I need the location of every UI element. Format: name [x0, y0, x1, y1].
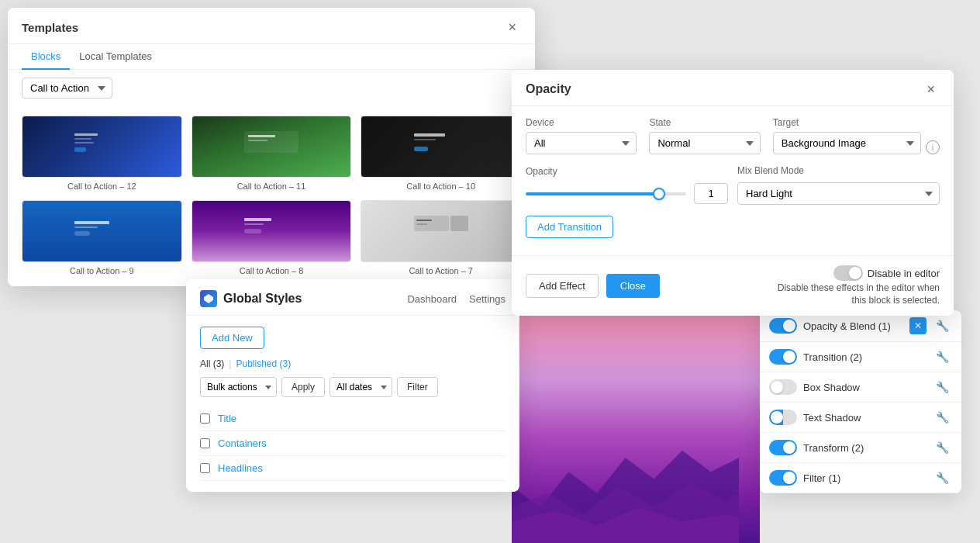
templates-filter-row: Call to Action Hero Features: [8, 70, 535, 106]
add-transition-button[interactable]: Add Transition: [526, 216, 613, 238]
list-item-checkbox[interactable]: [200, 463, 210, 473]
state-select[interactable]: Normal Hover Active: [649, 132, 760, 154]
template-label: Call to Action – 10: [361, 182, 521, 191]
transition-settings[interactable]: 🔧: [933, 349, 952, 365]
opacity-blend-row: Opacity Mix Blend Mode Normal Multiply S…: [526, 165, 940, 205]
bulk-actions-select[interactable]: Bulk actions Delete: [200, 377, 277, 397]
blend-mode-select[interactable]: Normal Multiply Screen Overlay Hard Ligh…: [737, 182, 940, 205]
text-shadow-toggle[interactable]: [769, 410, 797, 425]
state-field: State Normal Hover Active: [649, 117, 760, 154]
template-label: Call to Action – 12: [22, 182, 182, 191]
list-item-link[interactable]: Title: [218, 413, 236, 424]
list-item[interactable]: Call to Action – 10: [361, 116, 521, 191]
filter-published[interactable]: Published (3): [236, 358, 291, 369]
add-new-button[interactable]: Add New: [200, 327, 264, 349]
list-item[interactable]: Call to Action – 11: [192, 116, 352, 191]
svg-rect-5: [248, 135, 275, 137]
list-item-link[interactable]: Containers: [218, 438, 267, 449]
global-styles-panel: Global Styles Dashboard Settings Add New…: [186, 279, 519, 492]
filter-all[interactable]: All (3): [200, 358, 224, 369]
template-thumb: [192, 116, 352, 178]
filter-bar: All (3) | Published (3): [200, 358, 506, 369]
transform-settings[interactable]: 🔧: [933, 440, 952, 455]
templates-modal-header: Templates ×: [8, 8, 535, 44]
effect-item-box-shadow: Box Shadow 🔧: [760, 372, 961, 403]
blend-mode-label: Mix Blend Mode: [737, 165, 940, 176]
opacity-blend-remove[interactable]: ✕: [909, 317, 927, 334]
gs-nav-dashboard[interactable]: Dashboard: [407, 293, 457, 305]
tab-local-templates[interactable]: Local Templates: [70, 44, 161, 70]
opacity-slider-track[interactable]: [526, 192, 686, 195]
text-shadow-settings[interactable]: 🔧: [933, 410, 952, 425]
opacity-blend-settings[interactable]: 🔧: [933, 318, 952, 334]
svg-marker-20: [204, 294, 213, 303]
list-item[interactable]: Call to Action – 7: [361, 200, 521, 275]
effects-panel: Opacity & Blend (1) ✕ 🔧 Transition (2) 🔧…: [760, 310, 961, 493]
svg-rect-15: [244, 229, 261, 233]
opacity-modal-header: Opacity ×: [512, 70, 954, 106]
template-thumb: [22, 200, 182, 262]
info-icon[interactable]: i: [926, 140, 940, 154]
close-modal-button[interactable]: Close: [606, 274, 660, 298]
disable-in-editor-toggle[interactable]: [833, 265, 863, 281]
bulk-actions-row: Bulk actions Delete Apply All dates Filt…: [200, 377, 506, 397]
category-select[interactable]: Call to Action Hero Features: [22, 78, 112, 99]
list-item[interactable]: Call to Action – 12: [22, 116, 182, 191]
svg-rect-11: [74, 227, 98, 228]
device-select[interactable]: All Desktop Tablet Mobile: [526, 132, 637, 154]
templates-tabs: Blocks Local Templates: [8, 44, 535, 70]
opacity-modal: Opacity × Device All Desktop Tablet Mobi…: [512, 70, 954, 316]
template-label: Call to Action – 11: [192, 182, 352, 191]
templates-grid: Call to Action – 12 Call to Action – 11: [8, 106, 535, 286]
template-thumb: [192, 200, 352, 262]
transition-toggle[interactable]: [769, 349, 797, 365]
opacity-slider-thumb[interactable]: [653, 188, 665, 200]
opacity-modal-close[interactable]: ×: [922, 81, 940, 98]
effect-item-text-shadow: Text Shadow 🔧: [760, 403, 961, 433]
target-label: Target: [773, 117, 921, 128]
filter-toggle[interactable]: [769, 470, 797, 486]
target-select[interactable]: Background Image Element Content: [773, 132, 921, 154]
device-state-target-row: Device All Desktop Tablet Mobile State N…: [526, 117, 940, 154]
apply-button[interactable]: Apply: [281, 377, 325, 397]
list-item-checkbox[interactable]: [200, 438, 210, 448]
svg-rect-14: [244, 223, 264, 225]
tab-blocks[interactable]: Blocks: [22, 44, 70, 70]
opacity-value-input[interactable]: [694, 183, 728, 204]
box-shadow-toggle[interactable]: [769, 379, 797, 395]
add-effect-button[interactable]: Add Effect: [526, 274, 599, 298]
template-thumb: [361, 200, 521, 262]
template-thumb: [361, 116, 521, 178]
list-item-link[interactable]: Headlines: [218, 462, 263, 474]
blend-mode-col: Mix Blend Mode Normal Multiply Screen Ov…: [737, 165, 940, 205]
list-item[interactable]: Call to Action – 9: [22, 200, 182, 275]
date-filter-select[interactable]: All dates: [330, 377, 392, 397]
svg-rect-0: [74, 133, 98, 136]
svg-rect-9: [414, 147, 428, 151]
list-item-checkbox[interactable]: [200, 413, 210, 424]
opacity-modal-title: Opacity: [526, 82, 571, 96]
templates-modal-title: Templates: [22, 21, 78, 34]
global-styles-title: Global Styles: [223, 292, 401, 306]
effect-item-transform: Transform (2) 🔧: [760, 433, 961, 463]
svg-rect-7: [414, 133, 445, 137]
gs-nav-settings[interactable]: Settings: [469, 293, 506, 305]
text-shadow-label: Text Shadow: [803, 412, 927, 424]
svg-rect-1: [74, 138, 91, 140]
list-item[interactable]: Call to Action – 8: [192, 200, 352, 275]
transition-label: Transition (2): [803, 351, 927, 363]
filter-label: Filter (1): [803, 472, 927, 484]
list-item: Containers: [200, 431, 506, 456]
box-shadow-settings[interactable]: 🔧: [933, 379, 952, 395]
svg-rect-19: [416, 223, 427, 225]
transform-toggle[interactable]: [769, 440, 797, 455]
opacity-label: Opacity: [526, 166, 728, 177]
svg-rect-3: [74, 147, 86, 152]
device-label: Device: [526, 117, 637, 128]
opacity-slider-container: [526, 183, 728, 204]
templates-modal-close[interactable]: ×: [503, 19, 521, 36]
device-field: Device All Desktop Tablet Mobile: [526, 117, 637, 154]
filter-settings[interactable]: 🔧: [933, 470, 952, 486]
opacity-blend-toggle[interactable]: [769, 318, 797, 334]
filter-button[interactable]: Filter: [397, 377, 438, 397]
